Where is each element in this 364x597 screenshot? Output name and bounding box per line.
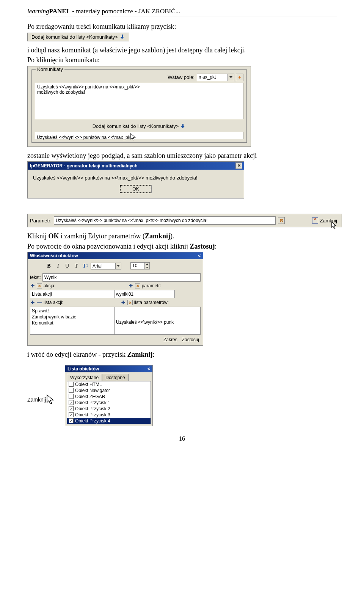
close-icon: ✕ (237, 163, 241, 168)
text-button[interactable]: T (72, 263, 80, 269)
checkbox-icon[interactable]: ✓ (69, 412, 74, 417)
collapse-icon[interactable]: < (198, 253, 201, 258)
add-komunikat-label: Dodaj komunikat do listy <Komunikaty> (31, 34, 118, 40)
paragraph-2: i odtąd nasz komunikat (a właściwie jego… (27, 46, 337, 55)
list-item-label: Obiekt Przycisk 1 (75, 400, 110, 405)
font-input[interactable] (91, 263, 115, 269)
spin-up-icon[interactable] (144, 263, 149, 266)
cursor-icon (130, 133, 137, 141)
font-combo[interactable] (91, 263, 121, 269)
checkbox-icon[interactable]: ✓ (69, 406, 74, 411)
tab-wykorzystane[interactable]: Wykorzystane (67, 374, 102, 381)
down-arrow-icon (120, 35, 125, 39)
dropdown-icon[interactable] (115, 263, 121, 269)
parametr-input[interactable] (54, 216, 276, 225)
list-item[interactable]: Sprawdź (32, 308, 114, 314)
lista-akcji-listbox[interactable]: Sprawdź Zanotuj wynik w bazie Komunikat (30, 307, 116, 335)
add-to-list-button[interactable]: Dodaj komunikat do listy <Komunikaty> (89, 122, 190, 130)
zamknij-label: Zamknij (27, 397, 46, 403)
parametr-label: Parametr: (30, 218, 52, 224)
font-icon[interactable]: TT (82, 263, 89, 269)
list-item-label: Obiekt Przycisk 3 (75, 412, 110, 417)
list-item[interactable]: ✓Obiekt Przycisk 1 (67, 400, 151, 406)
spin-down-icon[interactable] (144, 266, 149, 269)
list-item[interactable]: Uzyskałeś <<\wynik/>> punk (116, 319, 199, 325)
insert-field-button[interactable]: + (236, 74, 243, 81)
page-number: 16 (27, 435, 337, 442)
list-item[interactable]: Zanotuj wynik w bazie (32, 314, 114, 320)
lista-param-listbox[interactable]: Uzyskałeś <<\wynik/>> punk (114, 307, 201, 335)
paragraph-3: Po kliknięciu komunikatu: (27, 56, 337, 65)
x-icon: ⊠ (280, 218, 283, 223)
plus-icon[interactable]: ✚ (128, 283, 133, 288)
plus-icon[interactable]: ✚ (30, 283, 35, 288)
font-size-box[interactable] (130, 262, 150, 269)
delete-icon[interactable]: ✕ (127, 300, 133, 305)
font-size-input[interactable] (131, 263, 144, 269)
checkbox-icon[interactable]: ✓ (69, 400, 74, 405)
list-item-label: Obiekt Przycisk 4 (75, 418, 110, 424)
list-item[interactable]: ✓Obiekt Przycisk 4 (67, 418, 151, 424)
tekst-label: tekst: (30, 275, 41, 280)
object-list[interactable]: Obiekt HTMLObiekt NawigatorObiekt ZEGAR✓… (67, 381, 151, 424)
list-item-label: Obiekt Przycisk 2 (75, 406, 110, 411)
list-item[interactable]: Obiekt ZEGAR (67, 394, 151, 400)
bold-button[interactable]: B (45, 263, 53, 269)
add-to-list-label: Dodaj komunikat do listy <Komunikaty> (93, 123, 179, 129)
plus-icon[interactable]: ✚ (30, 300, 35, 305)
tekst-input[interactable] (42, 273, 201, 282)
zamknij-area[interactable]: Zamknij (27, 365, 56, 405)
wstaw-pole-input[interactable] (197, 74, 228, 80)
checkbox-icon[interactable] (69, 394, 74, 399)
wstaw-pole-label: Wstaw pole: (168, 74, 195, 80)
lista-akcji-label: lista akcji: (44, 300, 63, 305)
page-header: learningPANEL - materiały pomocnicze - J… (27, 8, 337, 16)
tab-dostepne[interactable]: Dostępne (102, 374, 128, 381)
paragraph-5: Kliknij OK i zamknij Edytor parametrów (… (27, 232, 337, 241)
object-list-panel: Lista obiektów < Wykorzystane Dostępne O… (65, 365, 153, 426)
properties-panel: Właściwości obiektów < B I U T TT (27, 252, 203, 346)
lista-akcji-input[interactable] (30, 290, 116, 298)
list-item[interactable]: Komunikat (32, 320, 114, 326)
alert-close-button[interactable]: ✕ (235, 162, 242, 169)
alert-title: lpGENERATOR - generator lekcji multimedi… (30, 163, 138, 169)
zakres-button[interactable]: Zakres (163, 337, 177, 342)
object-list-title: Lista obiektów (67, 366, 99, 372)
close-window-icon (312, 217, 318, 224)
checkbox-icon[interactable] (69, 388, 74, 393)
italic-button[interactable]: I (54, 263, 62, 269)
komunikat-list-item[interactable]: Uzyskałeś <<\wynik>> punktów na <<\max_p… (35, 132, 243, 139)
checkbox-icon[interactable] (69, 382, 74, 387)
delete-icon[interactable]: ✕ (135, 283, 140, 288)
minus-icon[interactable]: — (37, 300, 42, 305)
paragraph-6: Po powrocie do okna pozycjonowania i edy… (27, 242, 337, 251)
lista-param-label: lista parametrów: (134, 300, 169, 305)
underline-button[interactable]: U (63, 263, 71, 269)
list-item[interactable]: ✓Obiekt Przycisk 2 (67, 406, 151, 412)
cursor-icon (46, 394, 56, 405)
komunikat-textarea[interactable]: Uzyskałeś <<\wynik/>> punktów na <<\max_… (35, 83, 243, 119)
add-komunikat-button[interactable]: Dodaj komunikat do listy <Komunikaty> (27, 33, 129, 41)
wstaw-pole-combo[interactable] (197, 74, 234, 81)
zastosuj-button[interactable]: Zastosuj (182, 337, 199, 342)
collapse-icon[interactable]: < (147, 366, 150, 372)
wyniki-input[interactable] (114, 290, 175, 298)
alert-ok-button[interactable]: OK (120, 185, 151, 193)
dropdown-icon[interactable] (228, 74, 234, 81)
plus-icon[interactable]: ✚ (121, 300, 126, 305)
header-learning: learning (27, 8, 49, 15)
plus-icon: + (238, 75, 241, 80)
param-action-icon[interactable]: ⊠ (278, 217, 285, 224)
list-item-label: Obiekt Nawigator (75, 388, 110, 393)
list-item[interactable]: Obiekt HTML (67, 381, 151, 387)
alert-dialog: lpGENERATOR - generator lekcji multimedi… (27, 161, 244, 198)
akcja-label: akcja: (44, 283, 55, 288)
delete-icon[interactable]: ✕ (37, 283, 42, 288)
header-panel: PANEL (49, 8, 71, 15)
list-item[interactable]: ✓Obiekt Przycisk 3 (67, 412, 151, 418)
paragraph-1: Po zredagowaniu treści komunikatu klikam… (27, 22, 337, 31)
list-item[interactable]: Obiekt Nawigator (67, 387, 151, 394)
checkbox-icon[interactable]: ✓ (69, 418, 74, 423)
properties-title: Właściwości obiektów (30, 253, 78, 258)
alert-message: Uzyskałeś <<\wynik/>> punktów na <<\max_… (33, 175, 238, 181)
